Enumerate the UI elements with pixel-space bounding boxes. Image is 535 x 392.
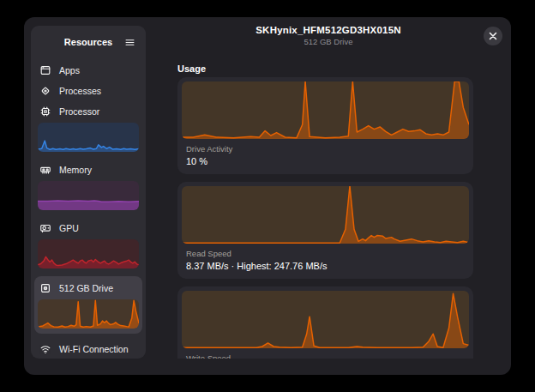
- processor-mini-chart: [38, 123, 139, 152]
- close-button[interactable]: [484, 27, 502, 45]
- resources-app-window: Resources Apps Processes Processor Memor…: [24, 17, 511, 375]
- sidebar-item-label: 512 GB Drive: [59, 283, 113, 293]
- close-icon: [489, 32, 497, 40]
- write-speed-card: Write Speed 0 B/s · Highest: 88.13 MB/s: [177, 286, 473, 359]
- write-speed-chart: [182, 291, 469, 348]
- drive-activity-chart: [182, 81, 469, 139]
- drive-activity-card: Drive Activity 10 %: [177, 77, 473, 174]
- gpu-icon: [39, 222, 51, 234]
- app-title: Resources: [64, 37, 112, 47]
- usage-section-title: Usage: [177, 63, 206, 74]
- usage-cards: Drive Activity 10 % Read Speed 8.37 MB/s…: [177, 77, 473, 359]
- sidebar-item-label: Wi-Fi Connection: [59, 344, 129, 354]
- processes-icon: [39, 85, 51, 97]
- memory-icon: [39, 164, 51, 176]
- hamburger-menu-button[interactable]: [120, 33, 139, 51]
- sidebar-item-label: Processes: [59, 86, 101, 96]
- sidebar-item-apps[interactable]: Apps: [31, 60, 146, 81]
- sidebar-item-gpu[interactable]: GPU: [31, 218, 146, 238]
- sidebar-item-label: Memory: [59, 165, 92, 175]
- read-speed-chart: [182, 186, 469, 244]
- card-meta: Drive Activity 10 %: [177, 139, 473, 174]
- drive-mini-chart: [38, 299, 139, 329]
- sidebar-item-drive[interactable]: 512 GB Drive: [34, 278, 142, 299]
- processor-icon: [39, 106, 51, 118]
- read-speed-card: Read Speed 8.37 MB/s · Highest: 247.76 M…: [177, 182, 473, 279]
- memory-mini-chart: [38, 181, 139, 210]
- sidebar-item-memory[interactable]: Memory: [31, 160, 146, 180]
- gpu-mini-chart: [38, 239, 139, 268]
- hamburger-menu-icon: [124, 37, 135, 48]
- sidebar-item-label: Apps: [59, 65, 80, 75]
- drive-model-title: SKHynix_HFM512GD3HX015N: [146, 25, 511, 35]
- card-value: 10 %: [186, 156, 465, 166]
- drive-subtitle: 512 GB Drive: [146, 37, 511, 46]
- apps-icon: [39, 64, 51, 76]
- drive-icon: [39, 282, 51, 294]
- card-label: Drive Activity: [186, 144, 465, 154]
- sidebar-header: Resources: [38, 31, 139, 53]
- main-content: SKHynix_HFM512GD3HX015N 512 GB Drive Usa…: [146, 17, 511, 359]
- sidebar-item-wifi[interactable]: Wi-Fi Connection: [31, 339, 146, 359]
- card-label: Write Speed: [186, 353, 465, 359]
- sidebar-item-label: Processor: [59, 106, 99, 117]
- sidebar-item-label: GPU: [59, 223, 79, 233]
- wifi-icon: [39, 343, 51, 355]
- sidebar-item-drive-selected[interactable]: 512 GB Drive: [34, 276, 142, 334]
- card-meta: Write Speed 0 B/s · Highest: 88.13 MB/s: [177, 348, 473, 359]
- sidebar-item-processes[interactable]: Processes: [31, 81, 146, 101]
- sidebar: Resources Apps Processes Processor Memor…: [31, 26, 146, 359]
- card-meta: Read Speed 8.37 MB/s · Highest: 247.76 M…: [177, 244, 473, 279]
- card-value: 8.37 MB/s · Highest: 247.76 MB/s: [186, 261, 465, 271]
- view-header: SKHynix_HFM512GD3HX015N 512 GB Drive: [146, 25, 511, 46]
- sidebar-item-processor[interactable]: Processor: [31, 101, 146, 122]
- card-label: Read Speed: [186, 249, 465, 258]
